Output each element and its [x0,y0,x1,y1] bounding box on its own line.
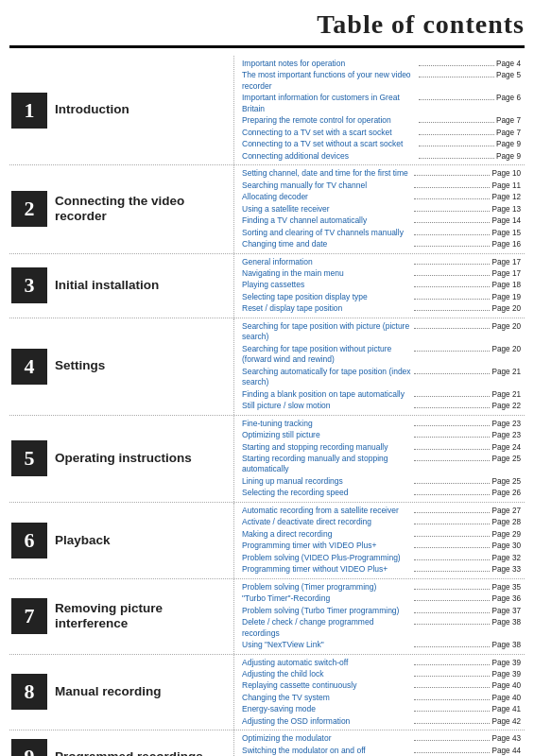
toc-page: Page 9 [496,139,521,149]
toc-entry-line: Optimizing still picturePage 23 [242,430,521,440]
toc-entry-line: Setting channel, date and time for the f… [242,168,521,179]
chapter-3-left: 3Initial installation [9,254,234,318]
chapter-title-3: Initial installation [55,278,159,293]
chapter-num-1: 1 [11,93,47,129]
toc-page: Page 16 [491,239,521,249]
toc-entry-text: Automatic recording from a satellite rec… [242,506,412,516]
toc-entry-text: Navigating in the main menu [242,268,412,279]
toc-dots [414,425,490,426]
toc-page: Page 43 [491,733,521,744]
toc-entry-line: Connecting to a TV set with a scart sock… [242,128,521,138]
toc-entry-text: Selecting the recording speed [242,488,412,498]
chapter-num-2: 2 [11,191,47,227]
toc-entry-line: Replaying cassette continuouslyPage 40 [242,680,521,691]
chapter-8-entries: Adjusting automatic switch-offPage 39Adj… [234,655,525,730]
toc-row: 1IntroductionImportant notes for operati… [9,56,525,165]
toc-entry-line: Problem solving (Timer programming)Page … [242,582,521,593]
chapter-num-3: 3 [11,267,47,303]
toc-entry: Changing time and datePage 16 [242,239,521,249]
toc-entry-text: Still picture / slow motion [242,401,412,411]
toc-entry: Important notes for operationPage 4 [242,59,521,69]
toc-page: Page 24 [491,442,521,453]
chapter-7-left: 7Removing picture interference [9,579,234,654]
toc-entry: Connecting to a TV set with a scart sock… [242,128,521,138]
toc-entry-line: Adjusting the OSD informationPage 42 [242,716,521,727]
chapter-9-entries: Optimizing the modulatorPage 43Switching… [234,730,525,756]
toc-entry-text: General information [242,257,412,267]
toc-page: Page 20 [491,303,521,314]
toc-entry-line: Allocating decoderPage 12 [242,192,521,202]
toc-entry-line: Changing time and datePage 16 [242,239,521,249]
toc-page: Page 13 [491,204,521,215]
toc-dots [414,524,490,524]
toc-page: Page 19 [491,292,521,302]
toc-dots [414,373,490,374]
toc-entry-line: General informationPage 17 [242,257,521,267]
toc-entry-line: Changing the TV systemPage 40 [242,693,521,703]
toc-entry-line: Fine-tuning trackingPage 23 [242,419,521,429]
toc-entry-text: "Turbo Timer"-Recording [242,593,412,604]
toc-entry-line: Connecting additional devicesPage 9 [242,151,521,162]
toc-dots [414,571,490,572]
toc-entry-text: Adjusting the OSD information [242,716,412,727]
toc-entry-text: Starting and stopping recording manually [242,442,412,453]
toc-entry-text: Searching automatically for tape positio… [242,367,412,388]
toc-entry-line: Preparing the remote control for operati… [242,115,521,126]
toc-page: Page 17 [491,257,521,267]
toc-entry: Activate / deactivate direct recordingPa… [242,517,521,527]
toc-entry-line: Searching for tape position without pict… [242,344,521,366]
toc-page: Page 25 [491,454,521,464]
toc-page: Page 25 [491,476,521,487]
toc-dots [414,328,490,329]
toc-entry: Finding a TV channel automaticallyPage 1… [242,215,521,226]
toc-dots [414,449,490,450]
toc-page: Page 11 [491,180,521,191]
title-area: Table of contents [9,9,525,48]
toc-entry-line: Automatic recording from a satellite rec… [242,506,521,516]
toc-dots [414,664,490,665]
toc-entry: Adjusting the OSD informationPage 42 [242,716,521,727]
toc-page: Page 40 [491,680,521,691]
toc-dots [414,234,490,235]
toc-dots [414,351,490,352]
toc-entry: Delete / check / change programmed recor… [242,617,521,639]
toc-entry-text: Optimizing the modulator [242,733,412,744]
toc-entry-line: Finding a blank position on tape automat… [242,389,521,400]
toc-entry: Optimizing the modulatorPage 43 [242,733,521,744]
toc-entry-line: Energy-saving modePage 41 [242,704,521,714]
chapter-title-2: Connecting the video recorder [55,194,228,225]
toc-entry: "Turbo Timer"-RecordingPage 36 [242,593,521,604]
page: Table of contents 1IntroductionImportant… [0,0,534,756]
toc-entry: Starting recording manually and stopping… [242,454,521,475]
toc-entry-text: Finding a TV channel automatically [242,215,412,226]
toc-page: Page 35 [491,582,521,593]
toc-dots [414,310,490,311]
toc-dots [414,699,490,700]
toc-entry-text: Programming timer with VIDEO Plus+ [242,541,412,551]
toc-page: Page 23 [491,430,521,440]
toc-entry: Problem solving (VIDEO Plus-Programming)… [242,553,521,563]
toc-dots [414,222,490,223]
toc-entry-text: Delete / check / change programmed recor… [242,617,412,639]
chapter-3-entries: General informationPage 17Navigating in … [234,254,525,318]
toc-dots [414,187,490,188]
toc-entry-line: Selecting the recording speedPage 26 [242,488,521,498]
chapter-title-8: Manual recording [55,684,162,699]
toc-entry: Changing the TV systemPage 40 [242,693,521,703]
toc-entry-line: Delete / check / change programmed recor… [242,617,521,639]
toc-page: Page 39 [491,658,521,668]
toc-entry: The most important functions of your new… [242,70,521,92]
toc-row: 8Manual recordingAdjusting automatic swi… [9,655,525,731]
toc-page: Page 40 [491,693,521,703]
toc-entry-text: Connecting to a TV set with a scart sock… [242,128,417,138]
chapter-num-7: 7 [11,598,47,634]
toc-entry-line: Switching the modulator on and offPage 4… [242,746,521,756]
toc-dots [414,752,490,753]
toc-page: Page 7 [496,128,521,138]
toc-entry-line: Starting recording manually and stopping… [242,454,521,475]
toc-entry: Finding a blank position on tape automat… [242,389,521,400]
toc-dots [419,77,494,77]
toc-entry: Programming timer with VIDEO Plus+Page 3… [242,541,521,551]
toc-dots [414,589,490,590]
toc-entry: Navigating in the main menuPage 17 [242,268,521,279]
